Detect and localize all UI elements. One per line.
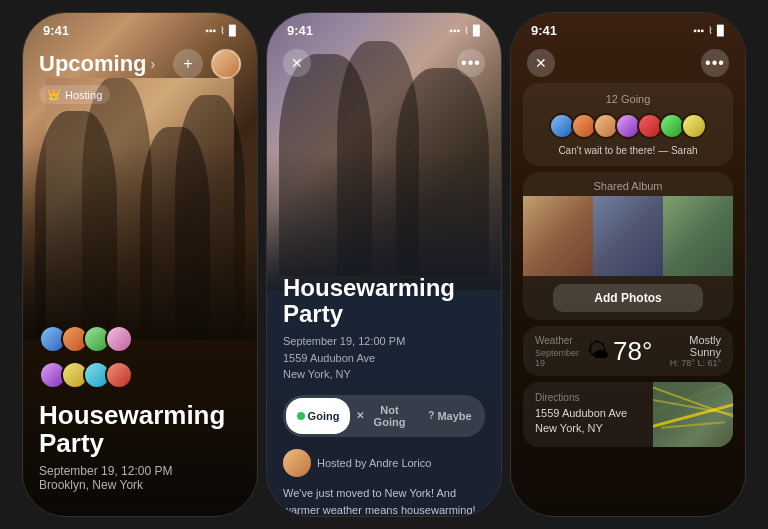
phone2-content: Housewarming Party September 19, 12:00 P… <box>267 275 501 516</box>
weather-date: September 19 <box>535 348 579 368</box>
user-avatar[interactable] <box>211 49 241 79</box>
add-photos-button[interactable]: Add Photos <box>553 284 703 312</box>
directions-address: 1559 Audubon Ave New York, NY <box>535 406 641 437</box>
going-count-label: 12 Going <box>535 93 721 105</box>
status-bar-2: 9:41 ▪▪▪ ⌇ ▉ <box>267 13 501 41</box>
add-event-button[interactable]: + <box>173 49 203 79</box>
status-icons-2: ▪▪▪ ⌇ ▉ <box>449 25 481 36</box>
maybe-icon: ? <box>428 410 434 421</box>
status-icons-3: ▪▪▪ ⌇ ▉ <box>693 25 725 36</box>
going-section: 12 Going Can't wait to be there! — Sarah <box>523 83 733 166</box>
signal-icon-3: ▪▪▪ <box>693 25 704 36</box>
not-going-icon: ✕ <box>356 410 364 421</box>
signal-icon-2: ▪▪▪ <box>449 25 460 36</box>
weather-sun-icon: 🌤 <box>587 338 609 364</box>
wifi-icon-3: ⌇ <box>708 25 713 36</box>
rsvp-going-button[interactable]: Going <box>286 398 350 434</box>
avatar-group-row1 <box>39 325 241 353</box>
weather-temp-col: 🌤 78° <box>587 336 652 367</box>
album-photo-3 <box>663 196 733 276</box>
host-row: Hosted by Andre Lorico <box>283 449 485 477</box>
status-time-3: 9:41 <box>531 23 557 38</box>
going-avatar-7 <box>681 113 707 139</box>
directions-text: Directions 1559 Audubon Ave New York, NY <box>523 382 653 447</box>
battery-icon-2: ▉ <box>473 25 481 36</box>
wifi-icon: ⌇ <box>220 25 225 36</box>
phone-1: 9:41 ▪▪▪ ⌇ ▉ Upcoming › + 👑 Hosting <box>22 12 258 517</box>
more-button[interactable]: ••• <box>457 49 485 77</box>
avatar-group-row2 <box>39 361 241 389</box>
phone1-bottom: HousewarmingParty September 19, 12:00 PM… <box>23 325 257 516</box>
directions-map-thumbnail[interactable] <box>653 382 733 447</box>
battery-icon-3: ▉ <box>717 25 725 36</box>
weather-temperature: 78° <box>613 336 652 367</box>
phone2-event-title: Housewarming Party <box>283 275 485 328</box>
top-actions: + <box>173 49 241 79</box>
hosting-label: Hosting <box>65 89 102 101</box>
weather-section: Weather September 19 🌤 78° Mostly Sunny … <box>523 326 733 376</box>
hosting-badge: 👑 Hosting <box>39 85 110 104</box>
wifi-icon-2: ⌇ <box>464 25 469 36</box>
shared-album-label: Shared Album <box>523 172 733 196</box>
close-button[interactable]: ✕ <box>283 49 311 77</box>
host-text: Hosted by Andre Lorico <box>317 457 431 469</box>
album-photo-2 <box>593 196 663 276</box>
weather-high-low: H: 78° L: 61° <box>660 358 721 368</box>
rsvp-row: Going ✕ Not Going ? Maybe <box>283 395 485 437</box>
signal-icon: ▪▪▪ <box>205 25 216 36</box>
phone-2: 9:41 ▪▪▪ ⌇ ▉ ✕ ••• Housewarming Party Se… <box>266 12 502 517</box>
weather-desc-col: Mostly Sunny H: 78° L: 61° <box>660 334 721 368</box>
directions-section: Directions 1559 Audubon Ave New York, NY <box>523 382 733 447</box>
phone2-top-bar: ✕ ••• <box>267 41 501 85</box>
phone1-event-title: HousewarmingParty <box>39 401 241 458</box>
attendee-avatar-8 <box>105 361 133 389</box>
upcoming-title[interactable]: Upcoming <box>39 51 147 77</box>
weather-label-col: Weather September 19 <box>535 335 579 368</box>
title-row[interactable]: Upcoming › <box>39 51 155 77</box>
going-comment: Can't wait to be there! — Sarah <box>535 145 721 156</box>
rsvp-not-going-button[interactable]: ✕ Not Going <box>352 398 416 434</box>
directions-label: Directions <box>535 392 641 403</box>
upcoming-chevron-icon[interactable]: › <box>151 56 156 72</box>
status-bar-1: 9:41 ▪▪▪ ⌇ ▉ <box>23 13 257 41</box>
battery-icon: ▉ <box>229 25 237 36</box>
weather-label: Weather <box>535 335 579 346</box>
attendee-avatar-4 <box>105 325 133 353</box>
album-photo-1 <box>523 196 593 276</box>
status-time-2: 9:41 <box>287 23 313 38</box>
phone1-event-date: September 19, 12:00 PM Brooklyn, New Yor… <box>39 464 241 492</box>
phone1-top-bar: Upcoming › + <box>23 41 257 87</box>
going-dot-icon <box>297 412 305 420</box>
phone-3: 9:41 ▪▪▪ ⌇ ▉ ✕ ••• 12 Going Can't wait <box>510 12 746 517</box>
going-avatars-row <box>535 113 721 139</box>
crown-icon: 👑 <box>47 88 61 101</box>
status-time-1: 9:41 <box>43 23 69 38</box>
status-bar-3: 9:41 ▪▪▪ ⌇ ▉ <box>511 13 745 41</box>
event-description: We've just moved to New York! And warmer… <box>283 485 485 516</box>
host-avatar <box>283 449 311 477</box>
phone2-event-meta: September 19, 12:00 PM 1559 Audubon Ave … <box>283 333 485 383</box>
rsvp-maybe-button[interactable]: ? Maybe <box>418 398 482 434</box>
phone3-content: 12 Going Can't wait to be there! — Sarah… <box>511 41 745 516</box>
status-icons-1: ▪▪▪ ⌇ ▉ <box>205 25 237 36</box>
shared-album-section: Shared Album Add Photos <box>523 172 733 320</box>
album-photos-grid <box>523 196 733 276</box>
weather-condition: Mostly Sunny <box>660 334 721 358</box>
